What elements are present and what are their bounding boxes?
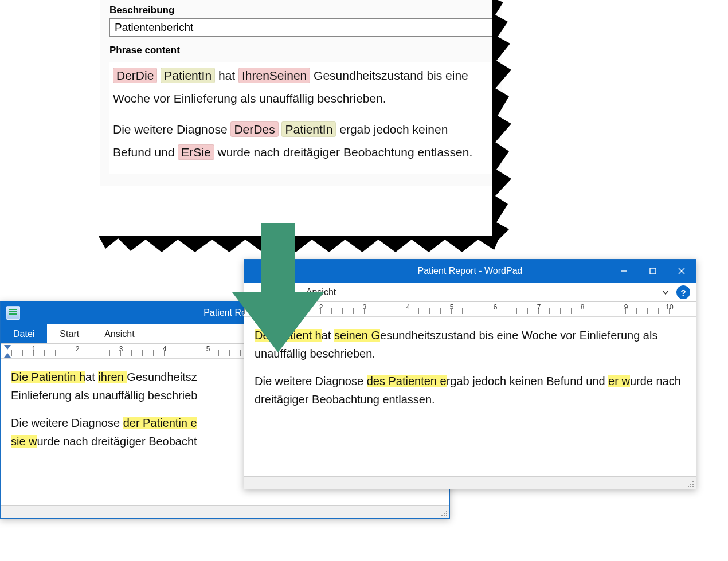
ruler-tab-stop-icon[interactable] — [4, 345, 11, 350]
window-title: Patient Report - WordPad — [418, 266, 523, 276]
svg-rect-1 — [650, 268, 656, 274]
gender-token[interactable]: DerDie — [113, 68, 157, 83]
ruler-number: 9 — [604, 302, 648, 316]
resize-grip-icon[interactable] — [686, 480, 694, 488]
ruler-number: 3 — [343, 302, 386, 316]
gender-token[interactable]: DerDes — [230, 121, 278, 137]
resize-grip-icon[interactable] — [440, 509, 448, 517]
ruler-number: 1 — [12, 344, 56, 358]
window-controls — [610, 260, 696, 283]
menu-start[interactable]: Start — [47, 324, 92, 343]
menu-datei[interactable]: Datei — [1, 324, 47, 343]
highlighted-text: Die Patientin h — [11, 371, 85, 383]
menu-ansicht[interactable]: Ansicht — [92, 324, 147, 343]
ruler-number: 4 — [143, 344, 186, 358]
ruler-number: 5 — [430, 302, 473, 316]
phrase-content-area[interactable]: DerDie PatientIn hat IhrenSeinen Gesundh… — [109, 62, 492, 174]
ruler-number: 4 — [386, 302, 430, 316]
highlighted-text: ihren — [98, 371, 127, 383]
help-button[interactable]: ? — [676, 285, 690, 299]
highlighted-text: der Patientin e — [123, 417, 197, 429]
gender-token[interactable]: PatientIn — [161, 68, 215, 83]
maximize-button[interactable] — [639, 260, 667, 283]
ruler-number: 2 — [56, 344, 99, 358]
phrase-paragraph-2: Die weitere Diagnose DerDes PatientIn er… — [113, 118, 489, 164]
ruler-number: 10 — [648, 302, 691, 316]
close-button[interactable] — [667, 260, 696, 283]
phrase-paragraph-1: DerDie PatientIn hat IhrenSeinen Gesundh… — [113, 64, 489, 110]
status-bar — [244, 476, 696, 489]
gender-token[interactable]: IhrenSeinen — [238, 68, 310, 83]
ruler-number: 3 — [99, 344, 143, 358]
highlighted-text: seinen G — [334, 329, 380, 342]
description-input[interactable] — [109, 18, 492, 37]
phrase-content-label: Phrase content — [109, 45, 492, 56]
gender-token[interactable]: PatientIn — [281, 121, 336, 137]
ruler-number: 6 — [473, 302, 517, 316]
description-label: Beschreibung — [109, 5, 492, 16]
minimize-button[interactable] — [610, 260, 639, 283]
highlighted-text: sie w — [11, 435, 37, 448]
torn-edge-decoration — [492, 0, 526, 250]
wordpad-app-icon — [6, 306, 20, 320]
gender-token[interactable]: ErSie — [178, 144, 214, 160]
ruler-number: 7 — [517, 302, 561, 316]
status-bar — [1, 505, 449, 518]
highlighted-text: er w — [608, 375, 630, 387]
highlighted-text: des Patienten e — [367, 375, 447, 387]
doc-paragraph: Die weitere Diagnose des Patienten ergab… — [255, 372, 686, 409]
transform-arrow-icon — [229, 223, 327, 358]
ruler-number: 5 — [186, 344, 230, 358]
collapse-ribbon-button[interactable] — [658, 283, 673, 301]
phrase-definition-panel: Beschreibung Phrase content DerDie Patie… — [100, 0, 502, 186]
ruler-number: 8 — [561, 302, 604, 316]
